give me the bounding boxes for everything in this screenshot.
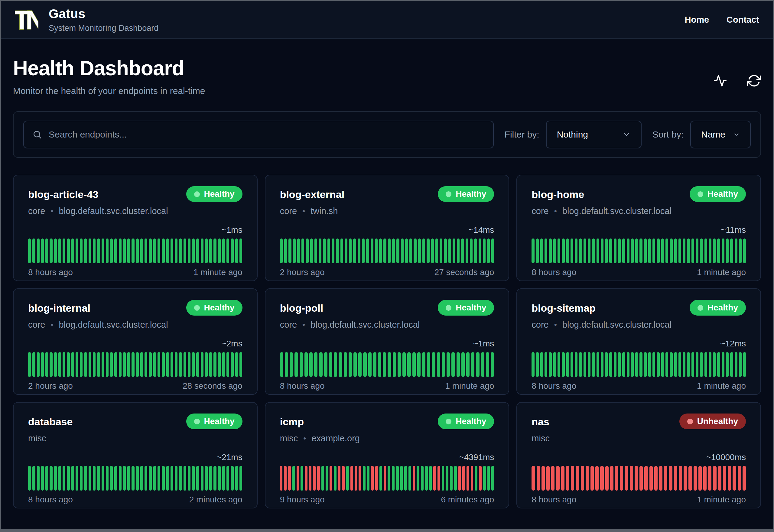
status-bar-success[interactable]	[429, 466, 432, 491]
status-bar-failure[interactable]	[733, 466, 736, 491]
status-bar-success[interactable]	[366, 238, 369, 263]
status-bar-success[interactable]	[89, 466, 91, 491]
status-bar-success[interactable]	[345, 238, 347, 263]
status-bar-success[interactable]	[553, 238, 556, 263]
status-bar-success[interactable]	[140, 238, 143, 263]
status-bar-success[interactable]	[421, 466, 424, 491]
status-bar-failure[interactable]	[338, 466, 341, 491]
status-bar-success[interactable]	[188, 466, 190, 491]
status-bar-success[interactable]	[114, 352, 117, 377]
status-bar-success[interactable]	[486, 352, 489, 377]
status-bar-success[interactable]	[188, 238, 190, 263]
status-bar-success[interactable]	[448, 238, 451, 263]
status-bar-success[interactable]	[700, 352, 703, 377]
status-bar-success[interactable]	[363, 352, 366, 377]
status-bar-failure[interactable]	[309, 466, 312, 491]
status-bar-success[interactable]	[670, 238, 672, 263]
status-bar-success[interactable]	[213, 352, 216, 377]
status-bar-success[interactable]	[334, 466, 337, 491]
status-bar-success[interactable]	[491, 466, 494, 491]
status-bar-success[interactable]	[309, 352, 313, 377]
status-bar-success[interactable]	[476, 352, 479, 377]
status-bar-success[interactable]	[149, 238, 151, 263]
status-bar-success[interactable]	[597, 238, 599, 263]
status-bar-failure[interactable]	[615, 466, 618, 491]
status-bar-success[interactable]	[149, 352, 151, 377]
status-bar-success[interactable]	[562, 352, 564, 377]
status-bar-success[interactable]	[388, 238, 391, 263]
status-bar-success[interactable]	[201, 352, 203, 377]
status-bar-success[interactable]	[722, 238, 724, 263]
status-bar-success[interactable]	[32, 466, 35, 491]
status-bar-success[interactable]	[665, 238, 668, 263]
status-bar-success[interactable]	[398, 352, 401, 377]
status-bar-failure[interactable]	[437, 466, 440, 491]
status-bar-success[interactable]	[657, 352, 659, 377]
status-bar-success[interactable]	[114, 466, 117, 491]
status-bar-success[interactable]	[188, 352, 190, 377]
status-bar-success[interactable]	[332, 238, 334, 263]
status-bar-success[interactable]	[588, 352, 590, 377]
status-bar-success[interactable]	[678, 352, 681, 377]
status-bar-success[interactable]	[209, 466, 212, 491]
status-bar-success[interactable]	[76, 466, 78, 491]
status-bar-failure[interactable]	[313, 466, 316, 491]
status-bar-success[interactable]	[474, 238, 477, 263]
status-bar-failure[interactable]	[280, 466, 283, 491]
status-bar-success[interactable]	[304, 352, 308, 377]
status-bar-success[interactable]	[235, 238, 238, 263]
status-bar-success[interactable]	[454, 466, 457, 491]
status-bar-success[interactable]	[540, 238, 543, 263]
status-bar-success[interactable]	[709, 352, 711, 377]
status-bar-success[interactable]	[639, 352, 642, 377]
status-bar-success[interactable]	[597, 352, 599, 377]
endpoint-card[interactable]: blog-internal Healthy core • blog.defaul…	[13, 288, 258, 395]
status-bar-success[interactable]	[466, 352, 470, 377]
status-bar-success[interactable]	[627, 238, 629, 263]
status-bar-success[interactable]	[566, 352, 569, 377]
status-bar-success[interactable]	[171, 466, 173, 491]
status-bar-success[interactable]	[414, 238, 416, 263]
status-bar-failure[interactable]	[355, 466, 357, 491]
status-bar-success[interactable]	[614, 238, 616, 263]
status-bar-failure[interactable]	[590, 466, 594, 491]
status-bar-success[interactable]	[558, 352, 560, 377]
status-bar-success[interactable]	[609, 352, 612, 377]
status-bar-success[interactable]	[536, 238, 539, 263]
status-bar-success[interactable]	[179, 352, 182, 377]
status-bar-success[interactable]	[301, 238, 304, 263]
status-bar-success[interactable]	[451, 352, 455, 377]
status-bar-failure[interactable]	[625, 466, 628, 491]
status-bar-failure[interactable]	[561, 466, 564, 491]
status-bar-success[interactable]	[136, 466, 139, 491]
status-bar-success[interactable]	[584, 238, 586, 263]
status-bar-success[interactable]	[726, 238, 729, 263]
status-bar-success[interactable]	[93, 238, 96, 263]
status-bar-success[interactable]	[123, 466, 126, 491]
status-bar-success[interactable]	[481, 352, 484, 377]
status-bar-success[interactable]	[222, 466, 225, 491]
status-bar-success[interactable]	[132, 352, 134, 377]
status-bar-success[interactable]	[491, 238, 494, 263]
status-bar-success[interactable]	[601, 238, 603, 263]
status-bar-success[interactable]	[323, 238, 326, 263]
status-bar-failure[interactable]	[669, 466, 672, 491]
status-bar-success[interactable]	[479, 238, 481, 263]
status-bar-success[interactable]	[301, 466, 303, 491]
status-bar-success[interactable]	[373, 352, 376, 377]
status-bar-success[interactable]	[447, 352, 450, 377]
status-bar-failure[interactable]	[620, 466, 623, 491]
status-bar-success[interactable]	[442, 352, 445, 377]
activity-pulse-icon[interactable]	[713, 74, 727, 88]
status-bar-failure[interactable]	[541, 466, 545, 491]
status-bar-success[interactable]	[571, 238, 573, 263]
status-bar-success[interactable]	[297, 238, 300, 263]
status-bar-failure[interactable]	[413, 466, 415, 491]
status-bar-failure[interactable]	[639, 466, 643, 491]
status-bar-success[interactable]	[446, 466, 448, 491]
status-bar-success[interactable]	[171, 238, 173, 263]
status-bar-failure[interactable]	[462, 466, 465, 491]
status-bar-success[interactable]	[71, 352, 74, 377]
status-bar-success[interactable]	[648, 238, 651, 263]
status-bar-success[interactable]	[326, 466, 328, 491]
